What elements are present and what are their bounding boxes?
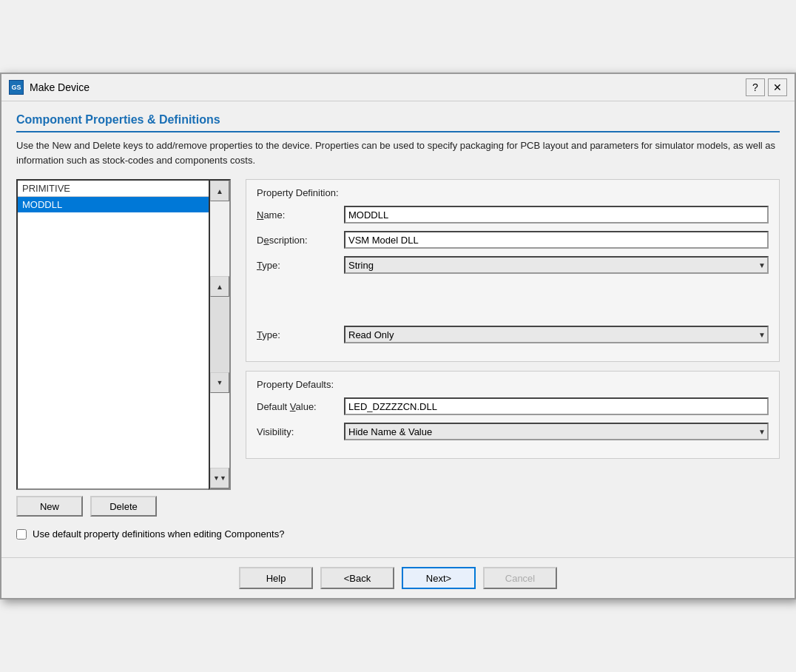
scroll-down-btn[interactable]: ▼ [210,372,229,393]
help-button[interactable]: ? [746,78,765,96]
scroll-top-btn[interactable]: ▲ [210,181,229,201]
property-definition-label: Property Definition: [257,187,769,198]
name-input[interactable] [344,206,769,224]
checkbox-label: Use default property definitions when ed… [33,528,284,540]
property-defaults-label: Property Defaults: [257,379,769,390]
right-panel: Property Definition: Name: Description: … [246,179,780,517]
close-button[interactable]: ✕ [768,78,787,96]
list-buttons: New Delete [16,496,231,517]
section-title: Component Properties & Definitions [16,113,780,132]
checkbox-row: Use default property definitions when ed… [16,528,780,540]
visibility-label: Visibility: [257,426,338,437]
name-field-row: Name: [257,206,769,224]
scroll-bottom-btn[interactable]: ▼▼ [210,468,229,488]
title-bar-left: GS Make Device [9,80,90,95]
list-container: PRIMITIVE MODDLL ▲ ▲ ▼ ▼▼ [16,179,231,490]
next-btn[interactable]: Next> [402,567,476,589]
main-content: PRIMITIVE MODDLL ▲ ▲ ▼ ▼▼ [16,179,780,517]
title-bar-controls: ? ✕ [746,78,787,96]
default-value-field-row: Default Value: [257,397,769,415]
make-device-dialog: GS Make Device ? ✕ Component Properties … [0,73,796,599]
app-icon: GS [9,80,24,95]
name-label: Name: [257,209,338,221]
visibility-field-row: Visibility: Hide Name & Value Show Name … [257,423,769,440]
property-list[interactable]: PRIMITIVE MODDLL [16,179,209,490]
new-button[interactable]: New [16,496,83,517]
dialog-body: Component Properties & Definitions Use t… [1,101,795,557]
type2-select[interactable]: Read Only Editable Hidden [344,326,769,343]
type2-label: Type: [257,329,338,340]
list-header-item: PRIMITIVE [18,181,209,197]
property-definition-section: Property Definition: Name: Description: … [246,179,780,362]
type-field-row: Type: String Integer Real Boolean ▼ [257,256,769,274]
dialog-title: Make Device [30,81,90,93]
type-label: Type: [257,260,338,271]
type2-select-wrapper: Read Only Editable Hidden ▼ [344,326,769,343]
scrollbar: ▲ ▲ ▼ ▼▼ [209,179,231,490]
default-definitions-checkbox[interactable] [16,529,27,540]
description-input[interactable] [344,231,769,249]
type-select-wrapper: String Integer Real Boolean ▼ [344,256,769,274]
back-btn[interactable]: <Back [320,567,394,589]
default-value-input[interactable] [344,397,769,415]
spacer [257,281,769,326]
visibility-select[interactable]: Hide Name & Value Show Name & Value Show… [344,423,769,440]
type2-field-row: Type: Read Only Editable Hidden ▼ [257,326,769,343]
list-item[interactable]: MODDLL [18,197,209,212]
default-value-label: Default Value: [257,401,338,412]
visibility-select-wrapper: Hide Name & Value Show Name & Value Show… [344,423,769,440]
description-text: Use the New and Delete keys to add/remov… [16,138,780,167]
delete-button[interactable]: Delete [90,496,157,517]
left-panel: PRIMITIVE MODDLL ▲ ▲ ▼ ▼▼ [16,179,231,517]
help-btn[interactable]: Help [239,567,313,589]
type-select[interactable]: String Integer Real Boolean [344,256,769,274]
scroll-up-btn[interactable]: ▲ [210,276,229,297]
cancel-btn[interactable]: Cancel [483,567,557,589]
property-defaults-section: Property Defaults: Default Value: Visibi… [246,371,780,459]
description-field-row: Description: [257,231,769,249]
bottom-buttons: Help <Back Next> Cancel [1,557,795,598]
title-bar: GS Make Device ? ✕ [1,74,795,101]
description-label: Description: [257,235,338,246]
